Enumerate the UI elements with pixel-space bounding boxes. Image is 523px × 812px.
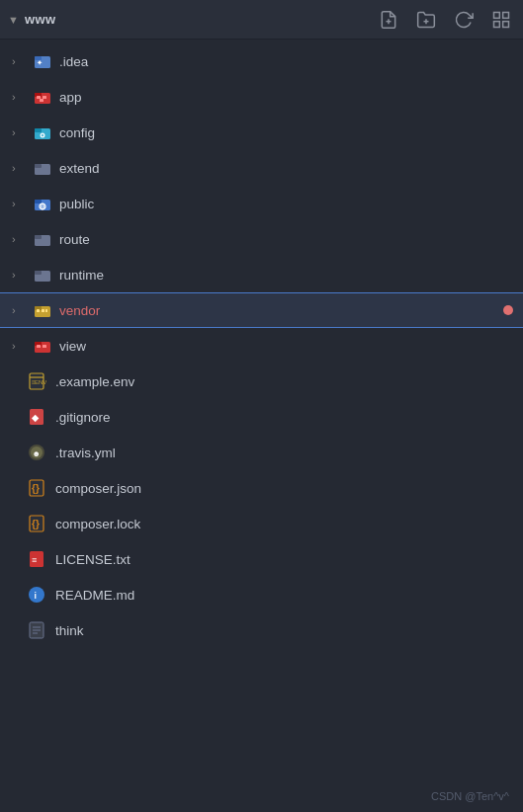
vendor-folder-icon [32, 299, 53, 321]
file-label-composer-json: composer.json [55, 481, 523, 496]
svg-text:≡: ≡ [32, 555, 37, 565]
sidebar-item-public[interactable]: › public [0, 186, 523, 221]
collapse-button[interactable] [487, 8, 515, 32]
sidebar-item-composer-json[interactable]: {} composer.json [0, 470, 523, 506]
svg-rect-17 [35, 128, 42, 132]
file-label-think: think [55, 623, 523, 638]
svg-text:◆: ◆ [31, 413, 40, 423]
sidebar-item-example-env[interactable]: ≡ ENV .example.env [0, 364, 523, 399]
composer-json-icon: {} [26, 477, 47, 499]
header-title-area: ▼ www [8, 12, 375, 27]
folder-label-runtime: runtime [59, 268, 523, 283]
readme-file-icon: i [26, 584, 47, 606]
sidebar-item-composer-lock[interactable]: {} composer.lock [0, 506, 523, 541]
env-file-icon: ≡ ENV [26, 370, 47, 392]
view-folder-icon [32, 335, 53, 357]
folder-label-app: app [59, 90, 523, 105]
project-title: www [25, 12, 56, 27]
config-folder-icon [32, 122, 53, 143]
route-folder-icon [32, 228, 53, 250]
svg-text:☻: ☻ [33, 449, 41, 458]
svg-rect-28 [35, 235, 42, 239]
svg-rect-13 [37, 96, 41, 99]
sidebar-item-gitignore[interactable]: ◆ .gitignore [0, 399, 523, 435]
file-label-composer-lock: composer.lock [55, 517, 523, 531]
svg-rect-6 [503, 21, 509, 27]
folder-label-route: route [59, 232, 523, 247]
sidebar-item-travis[interactable]: ☻ .travis.yml [0, 435, 523, 470]
app-folder-icon [32, 86, 53, 108]
svg-text:{}: {} [32, 483, 40, 494]
file-label-gitignore: .gitignore [55, 410, 523, 425]
expand-arrow-icon: › [12, 162, 26, 174]
sidebar-item-idea[interactable]: › ✦ .idea [0, 43, 523, 79]
sidebar-item-app[interactable]: › app [0, 79, 523, 115]
expand-arrow-icon: › [12, 91, 26, 103]
sidebar-item-vendor[interactable]: › vendor [0, 292, 523, 328]
file-label-license: LICENSE.txt [55, 552, 523, 567]
svg-text:ENV: ENV [35, 379, 46, 385]
composer-lock-icon: {} [26, 513, 47, 534]
svg-rect-5 [503, 12, 509, 18]
folder-label-view: view [59, 339, 523, 354]
folder-label-public: public [59, 197, 523, 211]
file-tree: › ✦ .idea › app [0, 40, 523, 652]
think-file-icon [26, 619, 47, 641]
folder-label-vendor: vendor [59, 303, 497, 318]
svg-rect-23 [35, 200, 42, 203]
svg-rect-33 [37, 309, 40, 312]
file-label-travis: .travis.yml [55, 446, 523, 460]
folder-label-idea: .idea [59, 54, 523, 69]
svg-text:i: i [35, 591, 38, 601]
svg-rect-14 [43, 96, 46, 99]
folder-label-config: config [59, 125, 523, 140]
svg-rect-39 [43, 345, 46, 348]
file-label-readme: README.md [55, 588, 523, 603]
sidebar-item-think[interactable]: think [0, 612, 523, 648]
svg-rect-7 [494, 21, 500, 27]
extend-folder-icon [32, 157, 53, 179]
sidebar-panel: ▼ www [0, 0, 523, 652]
sidebar-item-extend[interactable]: › extend [0, 150, 523, 186]
svg-rect-38 [37, 345, 41, 348]
license-file-icon: ≡ [26, 548, 47, 570]
svg-rect-35 [45, 309, 47, 312]
expand-arrow-icon: › [12, 198, 26, 209]
chevron-down-icon: ▼ [8, 14, 19, 26]
sidebar-item-route[interactable]: › route [0, 221, 523, 257]
runtime-folder-icon [32, 264, 53, 285]
watermark-text: CSDN @Ten^v^ [431, 790, 509, 802]
expand-arrow-icon: › [12, 55, 26, 67]
svg-point-19 [42, 134, 44, 136]
header-actions [375, 8, 515, 32]
expand-arrow-icon: › [12, 269, 26, 281]
svg-rect-21 [35, 164, 42, 168]
public-folder-icon [32, 193, 53, 214]
expand-arrow-icon: › [12, 340, 26, 352]
svg-rect-15 [40, 99, 44, 102]
svg-rect-34 [42, 309, 44, 312]
expand-arrow-icon: › [12, 304, 26, 316]
svg-rect-30 [35, 271, 42, 275]
expand-arrow-icon: › [12, 126, 26, 138]
sidebar-item-license[interactable]: ≡ LICENSE.txt [0, 541, 523, 577]
git-file-icon: ◆ [26, 406, 47, 428]
file-label-example-env: .example.env [55, 374, 523, 389]
refresh-button[interactable] [450, 8, 478, 32]
new-folder-button[interactable] [412, 8, 440, 32]
svg-text:{}: {} [32, 519, 40, 529]
expand-arrow-icon: › [12, 233, 26, 245]
travis-file-icon: ☻ [26, 442, 47, 463]
sidebar-item-runtime[interactable]: › runtime [0, 257, 523, 292]
sidebar-item-view[interactable]: › view [0, 328, 523, 364]
modified-dot-indicator [503, 305, 513, 315]
sidebar-header: ▼ www [0, 0, 523, 40]
sidebar-item-config[interactable]: › config [0, 115, 523, 150]
idea-folder-icon: ✦ [32, 50, 53, 72]
folder-label-extend: extend [59, 161, 523, 176]
sidebar-item-readme[interactable]: i README.md [0, 577, 523, 612]
new-file-button[interactable] [375, 8, 402, 32]
svg-rect-4 [494, 12, 500, 18]
svg-text:✦: ✦ [37, 59, 43, 66]
